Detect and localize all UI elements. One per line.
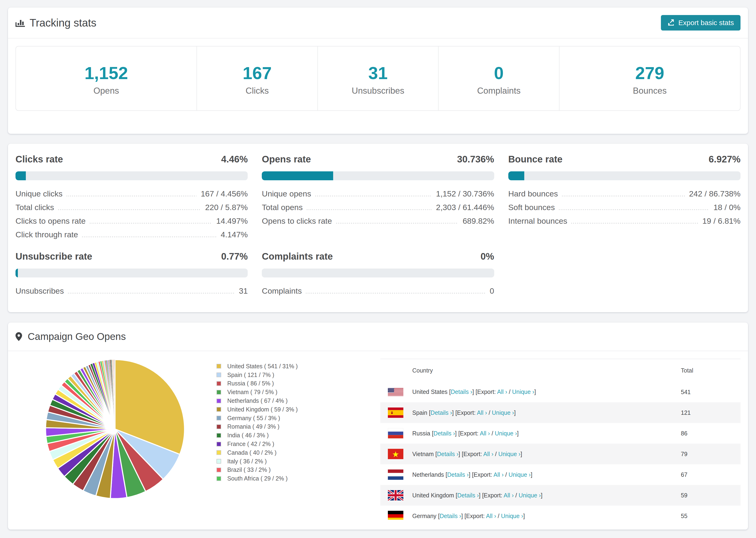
details-link[interactable]: Details ›	[437, 451, 459, 457]
legend-label: Canada ( 40 / 2% )	[227, 449, 277, 456]
export-all-link[interactable]: All ›	[494, 471, 504, 478]
rate-stat-row: Click through rate4.147%	[16, 231, 248, 239]
details-link[interactable]: Details ›	[431, 409, 452, 416]
total-column-header: Total	[681, 367, 740, 374]
dotted-leader	[90, 223, 212, 224]
legend-item: Canada ( 40 / 2% )	[216, 448, 380, 457]
rate-stat-value: 0	[490, 287, 494, 295]
legend-item: France ( 42 / 2% )	[216, 440, 380, 448]
details-link[interactable]: Details ›	[451, 389, 472, 395]
rate-stat-row: Complaints0	[262, 287, 494, 295]
details-link[interactable]: Details ›	[447, 471, 469, 478]
rate-stat-label: Complaints	[262, 287, 302, 295]
legend-color-swatch	[216, 476, 221, 481]
rate-section-complaints-rate: Complaints rate0%Complaints0	[262, 250, 494, 300]
export-unique-link[interactable]: Unique ›	[519, 492, 541, 499]
geo-opens-card: Campaign Geo Opens United States ( 541 /…	[8, 323, 748, 529]
export-all-link[interactable]: All ›	[486, 512, 496, 519]
legend-label: Brazil ( 33 / 2% )	[227, 466, 271, 473]
export-all-link[interactable]: All ›	[483, 451, 493, 457]
export-unique-link[interactable]: Unique ›	[512, 389, 534, 395]
geo-table-row-de: Germany [Details ›] [Export: All › / Uni…	[380, 506, 740, 520]
legend-item: Italy ( 36 / 2% )	[216, 457, 380, 466]
export-all-link[interactable]: All ›	[497, 389, 507, 395]
rate-stat-row: Hard bounces242 / 86.738%	[508, 190, 740, 198]
geo-table-row-vn: Vietnam [Details ›] [Export: All › / Uni…	[380, 444, 740, 464]
rate-stat-label: Total clicks	[16, 203, 54, 211]
rate-stat-row: Total clicks220 / 5.87%	[16, 203, 248, 211]
rate-section-bounce-rate: Bounce rate6.927%Hard bounces242 / 86.73…	[508, 153, 740, 244]
geo-table-row-es: Spain [Details ›] [Export: All › / Uniqu…	[380, 402, 740, 423]
export-all-link[interactable]: All ›	[480, 430, 490, 437]
legend-label: Romania ( 49 / 3% )	[227, 423, 279, 430]
legend-label: Germany ( 55 / 3% )	[227, 415, 280, 422]
rate-section-clicks-rate: Clicks rate4.46%Unique clicks167 / 4.456…	[16, 153, 248, 244]
progress-bar	[16, 171, 248, 180]
tracking-stats-body: 1,152Opens167Clicks31Unsubscribes0Compla…	[8, 38, 748, 118]
legend-color-swatch	[216, 390, 221, 395]
progress-bar-fill	[16, 171, 26, 180]
dotted-leader	[571, 223, 698, 224]
export-unique-link[interactable]: Unique ›	[492, 409, 514, 416]
geo-opens-header: Campaign Geo Opens	[8, 323, 748, 351]
rate-stat-row: Internal bounces19 / 6.81%	[508, 217, 740, 225]
details-link[interactable]: Details ›	[433, 430, 455, 437]
dotted-leader	[559, 209, 709, 210]
country-name: United Kingdom	[412, 492, 456, 499]
legend-item: South Africa ( 29 / 2% )	[216, 474, 380, 483]
legend-item: India ( 46 / 3% )	[216, 431, 380, 440]
progress-bar	[508, 171, 740, 180]
rate-stat-label: Total opens	[262, 203, 303, 211]
country-name: Vietnam	[412, 451, 435, 457]
vn-flag-icon	[388, 449, 404, 459]
stat-value: 31	[368, 64, 388, 82]
country-name: Netherlands	[412, 471, 446, 478]
geo-legend: United States ( 541 / 31% )Spain ( 121 /…	[216, 359, 380, 520]
legend-color-swatch	[216, 399, 221, 403]
total-cell: 121	[681, 409, 740, 416]
export-unique-link[interactable]: Unique ›	[501, 512, 523, 519]
geo-table-row-gb: United Kingdom [Details ›] [Export: All …	[380, 485, 740, 506]
rate-stat-value: 14.497%	[216, 217, 248, 225]
rate-stat-row: Unsubscribes31	[16, 287, 248, 295]
total-cell: 86	[681, 430, 740, 437]
export-unique-link[interactable]: Unique ›	[495, 430, 517, 437]
stat-label: Unsubscribes	[352, 86, 404, 96]
rate-stat-value: 18 / 0%	[714, 203, 740, 211]
country-name: Spain	[412, 409, 429, 416]
export-basic-stats-button[interactable]: Export basic stats	[661, 15, 740, 30]
country-cell-text: Russia [Details ›] [Export: All › / Uniq…	[412, 430, 519, 437]
rate-stat-label: Clicks to opens rate	[16, 217, 86, 225]
export-unique-link[interactable]: Unique ›	[498, 451, 520, 457]
dotted-leader	[562, 195, 685, 196]
rate-section-title: Unsubscribe rate	[16, 250, 92, 262]
country-cell-text: Netherlands [Details ›] [Export: All › /…	[412, 471, 532, 478]
stat-label: Bounces	[633, 86, 667, 96]
stat-value: 0	[494, 64, 504, 82]
geo-table-row-nl: Netherlands [Details ›] [Export: All › /…	[380, 464, 740, 485]
country-name: Germany	[412, 512, 438, 519]
country-column-header: Country	[380, 367, 681, 374]
legend-color-swatch	[216, 450, 221, 455]
legend-color-swatch	[216, 364, 221, 368]
rate-stat-label: Unique clicks	[16, 190, 63, 198]
summary-stat-bounces: 279Bounces	[559, 46, 740, 110]
legend-label: United Kingdom ( 59 / 3% )	[227, 406, 298, 413]
export-all-link[interactable]: All ›	[477, 409, 487, 416]
legend-color-swatch	[216, 416, 221, 420]
details-link[interactable]: Details ›	[440, 512, 461, 519]
progress-bar	[16, 269, 248, 278]
export-unique-link[interactable]: Unique ›	[509, 471, 531, 478]
rate-stat-label: Soft bounces	[508, 203, 555, 211]
rate-section-percent: 30.736%	[457, 153, 494, 165]
progress-bar-fill	[508, 171, 524, 180]
dotted-leader	[68, 293, 235, 294]
export-all-link[interactable]: All ›	[504, 492, 514, 499]
rate-stat-row: Clicks to opens rate14.497%	[16, 217, 248, 225]
progress-bar	[262, 171, 494, 180]
nl-flag-icon	[388, 469, 404, 480]
rate-stat-value: 1,152 / 30.736%	[436, 190, 494, 198]
details-link[interactable]: Details ›	[458, 492, 479, 499]
progress-bar-fill	[16, 269, 18, 278]
stat-label: Clicks	[245, 86, 269, 96]
